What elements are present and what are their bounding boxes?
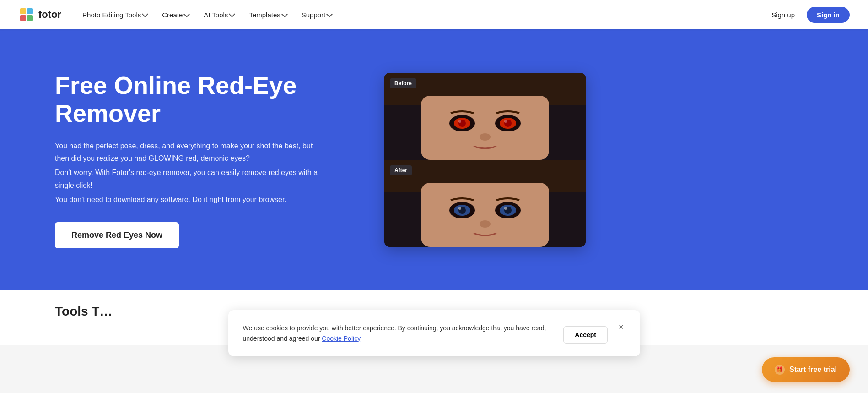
cookie-close-button[interactable]: × (617, 323, 625, 331)
logo-link[interactable]: fotor (18, 6, 61, 23)
nav-item-ai-tools[interactable]: AI Tools (197, 7, 241, 22)
svg-rect-1 (20, 8, 26, 14)
cookie-text: We use cookies to provide you with bette… (243, 323, 555, 344)
svg-point-28 (480, 220, 491, 228)
hero-desc-3: You don't need to download any software.… (55, 193, 320, 206)
nav-support-label: Support (302, 11, 326, 19)
svg-rect-3 (20, 15, 26, 21)
chevron-down-icon (183, 11, 190, 17)
signin-button[interactable]: Sign in (807, 7, 850, 23)
chevron-down-icon (281, 11, 288, 17)
nav-photo-editing-label: Photo Editing Tools (82, 11, 141, 19)
brand-name: fotor (38, 9, 61, 21)
hero-title: Free Online Red-Eye Remover (55, 71, 366, 127)
nav-auth: Sign up Sign in (765, 7, 850, 23)
svg-point-16 (480, 133, 491, 141)
fotor-logo-icon (18, 6, 35, 23)
cookie-message: We use cookies to provide you with bette… (243, 324, 546, 342)
svg-point-23 (458, 207, 461, 210)
signup-button[interactable]: Sign up (765, 7, 801, 22)
cookie-banner: We use cookies to provide you with bette… (228, 310, 640, 345)
after-image-panel: After (384, 160, 586, 247)
svg-point-27 (504, 207, 507, 210)
main-nav: fotor Photo Editing Tools Create AI Tool… (0, 0, 868, 29)
hero-content: Free Online Red-Eye Remover You had the … (55, 71, 366, 248)
svg-rect-19 (421, 183, 549, 247)
chevron-down-icon (229, 11, 235, 17)
nav-item-photo-editing[interactable]: Photo Editing Tools (76, 7, 154, 22)
cookie-policy-link[interactable]: Cookie Policy (322, 335, 360, 342)
before-badge: Before (390, 78, 416, 88)
hero-desc-2: Don't worry. With Fotor's red-eye remove… (55, 166, 320, 191)
nav-templates-label: Templates (249, 11, 280, 19)
after-face-image (384, 160, 586, 247)
svg-rect-7 (421, 96, 549, 160)
svg-point-11 (458, 120, 461, 123)
nav-item-create[interactable]: Create (156, 7, 195, 22)
remove-red-eyes-button[interactable]: Remove Red Eyes Now (55, 222, 179, 248)
chevron-down-icon (326, 11, 333, 17)
svg-rect-2 (27, 8, 33, 14)
cookie-accept-button[interactable]: Accept (563, 326, 608, 344)
hero-section: Free Online Red-Eye Remover You had the … (0, 29, 868, 290)
hero-desc-1: You had the perfect pose, dress, and eve… (55, 140, 320, 164)
cookie-link-suffix: . (360, 335, 362, 342)
nav-item-support[interactable]: Support (295, 7, 339, 22)
chevron-down-icon (142, 11, 148, 17)
nav-item-templates[interactable]: Templates (243, 7, 293, 22)
hero-description: You had the perfect pose, dress, and eve… (55, 140, 320, 206)
nav-create-label: Create (162, 11, 183, 19)
nav-links: Photo Editing Tools Create AI Tools Temp… (76, 7, 765, 22)
before-image-panel: Before (384, 73, 586, 160)
svg-point-15 (504, 120, 507, 123)
before-after-image: Before (384, 73, 586, 247)
nav-ai-tools-label: AI Tools (204, 11, 228, 19)
after-badge: After (390, 165, 412, 175)
svg-rect-4 (27, 15, 33, 21)
